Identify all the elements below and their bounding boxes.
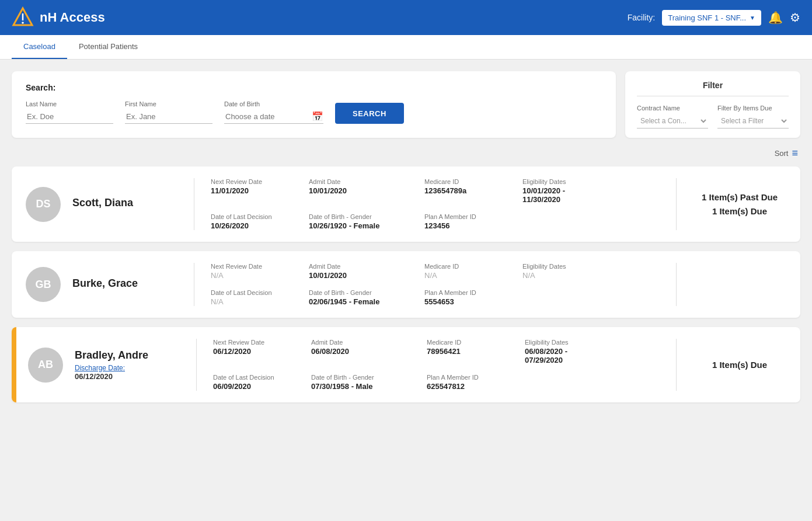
plan-member-id-value: 123456 — [424, 221, 518, 230]
next-review-date-block: Next Review Date N/A — [211, 263, 304, 280]
plan-member-id-block: Plan A Member ID 625547812 — [427, 374, 520, 391]
next-review-date-block: Next Review Date 06/12/2020 — [213, 339, 306, 364]
calendar-icon[interactable]: 📅 — [312, 111, 323, 122]
dob-gender-label: Date of Birth - Gender — [309, 213, 420, 220]
first-name-input[interactable] — [125, 110, 212, 124]
admit-date-block: Admit Date 10/01/2020 — [309, 178, 420, 204]
tabs-bar: Caseload Potential Patients — [0, 35, 812, 60]
app-logo: nH Access — [12, 6, 628, 29]
medicare-id-label: Medicare ID — [424, 178, 518, 185]
next-review-date-label: Next Review Date — [213, 339, 306, 346]
patient-card-burke-grace[interactable]: GB Burke, Grace Next Review Date N/A Adm… — [12, 251, 800, 318]
filter-by-select[interactable]: Select a Filter — [717, 114, 789, 128]
plan-member-id-value: 625547812 — [427, 382, 520, 391]
eligibility-dates-block: Eligibility Dates 10/01/2020 -11/30/2020 — [522, 178, 628, 204]
admit-date-label: Admit Date — [309, 263, 420, 270]
eligibility-dates-label: Eligibility Dates — [522, 178, 628, 185]
first-name-group: First Name — [125, 100, 212, 124]
discharge-link[interactable]: Discharge Date: — [75, 364, 180, 372]
patient-card-scott-diana[interactable]: DS Scott, Diana Next Review Date 11/01/2… — [12, 166, 800, 242]
eligibility-dates-label: Eligibility Dates — [525, 339, 630, 346]
dob-gender-label: Date of Birth - Gender — [309, 289, 420, 296]
dob-group: Date of Birth 📅 — [224, 100, 323, 124]
first-name-label: First Name — [125, 100, 212, 107]
medicare-id-value: 123654789a — [424, 186, 518, 195]
avatar-burke-grace: GB — [26, 267, 61, 302]
plan-member-id-label: Plan A Member ID — [427, 374, 520, 381]
status-section-scott-diana: 1 Item(s) Past Due 1 Item(s) Due — [693, 190, 786, 218]
admit-date-block: Admit Date 10/01/2020 — [309, 263, 420, 280]
dob-gender-block: Date of Birth - Gender 10/26/1920 - Fema… — [309, 213, 420, 230]
contract-name-group: Contract Name Select a Con... — [637, 105, 708, 128]
eligibility-dates-value: 10/01/2020 -11/30/2020 — [522, 186, 628, 204]
search-filter-row: Search: Last Name First Name Date of Bir… — [12, 71, 800, 138]
bell-icon[interactable]: 🔔 — [768, 11, 783, 25]
contract-name-label: Contract Name — [637, 105, 708, 112]
facility-dropdown[interactable]: Training SNF 1 - SNF... ▼ — [662, 10, 761, 26]
avatar-bradley-andre: AB — [28, 348, 63, 383]
filter-by-group: Filter By Items Due Select a Filter — [717, 105, 789, 128]
eligibility-dates-label: Eligibility Dates — [522, 263, 628, 270]
svg-point-2 — [22, 22, 24, 24]
plan-member-id-label: Plan A Member ID — [424, 289, 518, 296]
eligibility-dates-block: Eligibility Dates N/A — [522, 263, 628, 280]
discharge-date: 06/12/2020 — [75, 372, 180, 381]
divider — [196, 339, 197, 391]
status-due: 1 Item(s) Due — [693, 204, 786, 218]
dob-label: Date of Birth — [224, 100, 323, 107]
last-decision-value: 10/26/2020 — [211, 221, 304, 230]
last-name-label: Last Name — [26, 100, 113, 107]
admit-date-block: Admit Date 06/08/2020 — [311, 339, 422, 364]
main-content: Search: Last Name First Name Date of Bir… — [0, 60, 812, 521]
last-name-group: Last Name — [26, 100, 113, 124]
chevron-down-icon: ▼ — [750, 15, 755, 21]
patient-info-scott-diana: Scott, Diana — [72, 197, 177, 211]
plan-member-id-block: Plan A Member ID 5554653 — [424, 289, 518, 306]
sort-icon[interactable]: ≡ — [792, 147, 798, 159]
divider2 — [676, 178, 677, 230]
next-review-date-value: 11/01/2020 — [211, 186, 304, 195]
search-button[interactable]: SEARCH — [335, 103, 404, 124]
avatar-scott-diana: DS — [26, 187, 61, 222]
patient-card-bradley-andre[interactable]: AB Bradley, Andre Discharge Date: 06/12/… — [12, 327, 800, 402]
next-review-date-block: Next Review Date 11/01/2020 — [211, 178, 304, 204]
facility-label: Facility: — [628, 13, 655, 22]
dob-gender-value: 07/30/1958 - Male — [311, 382, 422, 391]
admit-date-value: 10/01/2020 — [309, 271, 420, 280]
eligibility-dates-value: N/A — [522, 271, 628, 280]
eligibility-dates-value: 06/08/2020 -07/29/2020 — [525, 347, 630, 364]
dob-input[interactable] — [224, 110, 312, 123]
search-fields: Last Name First Name Date of Birth 📅 SEA… — [26, 100, 602, 124]
tab-potential-patients[interactable]: Potential Patients — [67, 35, 149, 59]
patient-info-burke-grace: Burke, Grace — [72, 277, 177, 292]
sort-bar: Sort ≡ — [12, 147, 800, 159]
dob-gender-label: Date of Birth - Gender — [311, 374, 422, 381]
last-decision-block: Date of Last Decision 10/26/2020 — [211, 213, 304, 230]
divider — [194, 178, 194, 230]
header-right: Facility: Training SNF 1 - SNF... ▼ 🔔 ⚙ — [628, 10, 800, 26]
gear-icon[interactable]: ⚙ — [790, 11, 800, 25]
tab-caseload[interactable]: Caseload — [12, 35, 67, 59]
patient-info-bradley-andre: Bradley, Andre Discharge Date: 06/12/202… — [75, 349, 180, 381]
filter-box: Filter Contract Name Select a Con... Fil… — [625, 71, 800, 138]
medicare-id-value: N/A — [424, 271, 518, 280]
app-header: nH Access Facility: Training SNF 1 - SNF… — [0, 0, 812, 35]
patient-details-burke-grace: Next Review Date N/A Admit Date 10/01/20… — [211, 263, 660, 306]
medicare-id-block: Medicare ID 78956421 — [427, 339, 520, 364]
divider — [194, 263, 194, 306]
sort-label: Sort — [775, 149, 789, 158]
dob-gender-block: Date of Birth - Gender 07/30/1958 - Male — [311, 374, 422, 391]
filter-by-label: Filter By Items Due — [717, 105, 789, 112]
contract-name-select[interactable]: Select a Con... — [637, 114, 708, 128]
patient-name-scott-diana: Scott, Diana — [72, 197, 177, 209]
last-decision-block: Date of Last Decision N/A — [211, 289, 304, 306]
last-name-input[interactable] — [26, 110, 113, 124]
last-decision-label: Date of Last Decision — [213, 374, 306, 381]
admit-date-value: 10/01/2020 — [309, 186, 420, 195]
admit-date-label: Admit Date — [311, 339, 422, 346]
logo-icon — [12, 6, 34, 29]
admit-date-value: 06/08/2020 — [311, 347, 422, 356]
medicare-id-block: Medicare ID 123654789a — [424, 178, 518, 204]
patient-details-scott-diana: Next Review Date 11/01/2020 Admit Date 1… — [211, 178, 660, 230]
dob-gender-block: Date of Birth - Gender 02/06/1945 - Fema… — [309, 289, 420, 306]
